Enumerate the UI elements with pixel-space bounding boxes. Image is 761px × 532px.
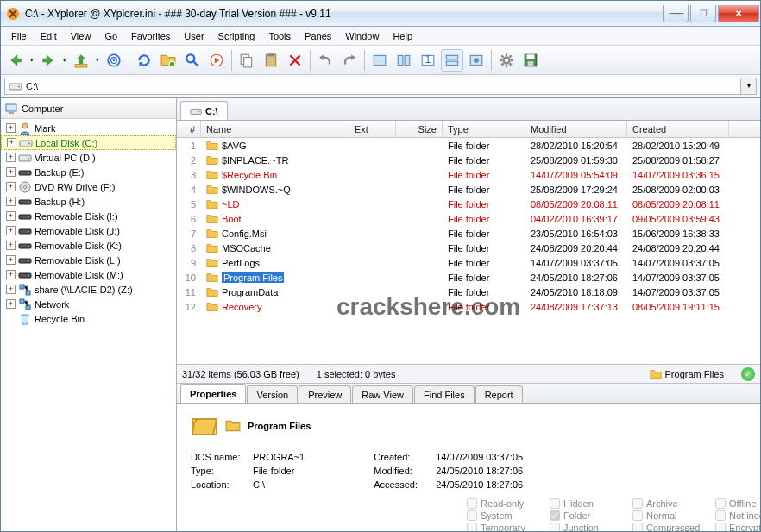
pane-single-button[interactable] — [368, 49, 391, 72]
file-row[interactable]: 9PerfLogsFile folder14/07/2009 03:37:051… — [177, 255, 760, 270]
menu-help[interactable]: Help — [386, 29, 419, 43]
folder-tree[interactable]: +Mark+Local Disk (C:)+Virtual PC (D:)+Ba… — [1, 119, 176, 531]
menu-view[interactable]: View — [64, 29, 98, 43]
tree-node[interactable]: +Backup (E:) — [1, 165, 176, 179]
forward-dropdown[interactable]: ▾ — [61, 49, 68, 72]
expand-icon[interactable]: + — [6, 270, 16, 279]
run-button[interactable] — [205, 49, 228, 72]
attr-hidden[interactable]: Hidden — [550, 498, 627, 509]
tree-node[interactable]: +Removable Disk (I:) — [1, 209, 176, 223]
tab-raw-view[interactable]: Raw View — [352, 385, 413, 403]
attr-offline[interactable]: Offline — [715, 498, 760, 509]
expand-icon[interactable]: + — [6, 197, 16, 206]
close-button[interactable] — [718, 5, 759, 22]
attr-compressed[interactable]: Compressed — [632, 523, 710, 531]
attr-archive[interactable]: Archive — [632, 498, 710, 509]
tab-properties[interactable]: Properties — [180, 384, 246, 403]
attr-system[interactable]: System — [467, 510, 544, 521]
copy-button[interactable] — [236, 49, 258, 72]
col-type[interactable]: Type — [443, 121, 525, 137]
tree-node[interactable]: +Network — [1, 297, 176, 311]
col-ext[interactable]: Ext — [349, 121, 396, 137]
file-row[interactable]: 12RecoveryFile folder24/08/2009 17:37:13… — [177, 299, 760, 314]
tree-node[interactable]: +Mark — [1, 121, 176, 135]
tree-node[interactable]: +Local Disk (C:) — [1, 135, 176, 150]
sidebar-header[interactable]: Computer — [1, 98, 176, 119]
menu-tools[interactable]: Tools — [261, 29, 298, 43]
expand-icon[interactable]: + — [6, 226, 16, 235]
address-input[interactable]: C:\ — [4, 78, 741, 95]
tab-version[interactable]: Version — [247, 385, 298, 403]
back-dropdown[interactable]: ▾ — [28, 49, 35, 72]
expand-icon[interactable]: + — [6, 255, 16, 265]
menu-panes[interactable]: Panes — [298, 29, 338, 43]
attr-read-only[interactable]: Read-only — [467, 498, 544, 509]
expand-icon[interactable]: + — [6, 241, 16, 250]
up-button[interactable] — [70, 49, 92, 72]
pane-c-button[interactable] — [465, 49, 487, 72]
attr-encrypted[interactable]: Encrypted — [715, 523, 760, 531]
file-row[interactable]: 2$INPLACE.~TRFile folder25/08/2009 01:59… — [177, 153, 760, 167]
redo-button[interactable] — [338, 49, 361, 72]
tree-node[interactable]: +Removable Disk (L:) — [1, 253, 176, 267]
menu-user[interactable]: User — [177, 29, 211, 43]
tree-node[interactable]: +Removable Disk (J:) — [1, 223, 176, 238]
undo-button[interactable] — [314, 49, 336, 72]
expand-icon[interactable]: + — [6, 299, 16, 309]
attr-not indexed[interactable]: Not indexed — [715, 510, 760, 521]
tab-find-files[interactable]: Find Files — [414, 385, 475, 403]
expand-icon[interactable]: + — [6, 153, 16, 162]
tree-node[interactable]: +Virtual PC (D:) — [1, 150, 176, 165]
col-size[interactable]: Size — [396, 121, 443, 137]
col-created[interactable]: Created — [627, 121, 729, 137]
delete-button[interactable] — [284, 49, 306, 72]
col-name[interactable]: Name — [201, 121, 349, 137]
attr-folder[interactable]: Folder — [550, 510, 627, 521]
tab-report[interactable]: Report — [475, 385, 523, 403]
save-button[interactable] — [519, 49, 542, 72]
tab-c-drive[interactable]: C:\ — [180, 101, 228, 120]
file-row[interactable]: 10Program FilesFile folder24/05/2010 18:… — [177, 270, 760, 285]
address-dropdown[interactable]: ▾ — [741, 78, 757, 95]
expand-icon[interactable]: + — [6, 182, 16, 191]
expand-icon[interactable]: + — [6, 123, 16, 133]
tree-node[interactable]: +share (\\LACIE-D2) (Z:) — [1, 282, 176, 297]
menu-window[interactable]: Window — [338, 29, 386, 43]
menu-scripting[interactable]: Scripting — [211, 29, 262, 43]
pane-dual-button[interactable] — [393, 49, 415, 72]
column-headers[interactable]: # Name Ext Size Type Modified Created — [177, 121, 760, 138]
new-folder-button[interactable] — [157, 49, 179, 72]
tree-node[interactable]: +DVD RW Drive (F:) — [1, 179, 176, 194]
target-button[interactable] — [103, 49, 125, 72]
minimize-button[interactable] — [663, 5, 689, 22]
file-list[interactable]: # Name Ext Size Type Modified Created 1$… — [177, 121, 760, 364]
expand-icon[interactable]: + — [7, 138, 16, 147]
file-row[interactable]: 4$WINDOWS.~QFile folder25/08/2009 17:29:… — [177, 182, 760, 197]
pane-horiz-button[interactable] — [441, 49, 463, 72]
forward-button[interactable] — [37, 49, 60, 72]
file-row[interactable]: 1$AVGFile folder28/02/2010 15:20:5428/02… — [177, 138, 760, 153]
expand-icon[interactable]: + — [6, 285, 16, 294]
tree-node[interactable]: Recycle Bin — [1, 311, 176, 326]
file-row[interactable]: 8MSOCacheFile folder24/08/2009 20:20:442… — [177, 241, 760, 255]
file-row[interactable]: 11ProgramDataFile folder24/05/2010 18:18… — [177, 285, 760, 299]
expand-icon[interactable]: + — [6, 211, 16, 221]
refresh-button[interactable] — [133, 49, 155, 72]
attr-normal[interactable]: Normal — [632, 510, 710, 521]
menu-edit[interactable]: Edit — [34, 29, 64, 43]
paste-button[interactable] — [260, 49, 282, 72]
back-button[interactable] — [4, 49, 27, 72]
search-button[interactable] — [181, 49, 204, 72]
file-row[interactable]: 5~LDFile folder08/05/2009 20:08:1108/05/… — [177, 197, 760, 211]
tree-node[interactable]: +Backup (H:) — [1, 194, 176, 209]
up-dropdown[interactable]: ▾ — [94, 49, 101, 72]
tab-preview[interactable]: Preview — [299, 385, 351, 403]
col-modified[interactable]: Modified — [525, 121, 627, 137]
col-number[interactable]: # — [177, 121, 201, 137]
attr-junction[interactable]: Junction — [550, 523, 627, 531]
tree-node[interactable]: +Removable Disk (K:) — [1, 238, 176, 253]
menu-go[interactable]: Go — [97, 29, 124, 43]
file-row[interactable]: 6BootFile folder04/02/2010 16:39:1709/05… — [177, 211, 760, 226]
menu-favorites[interactable]: Favorites — [124, 29, 177, 43]
expand-icon[interactable]: + — [6, 167, 16, 177]
